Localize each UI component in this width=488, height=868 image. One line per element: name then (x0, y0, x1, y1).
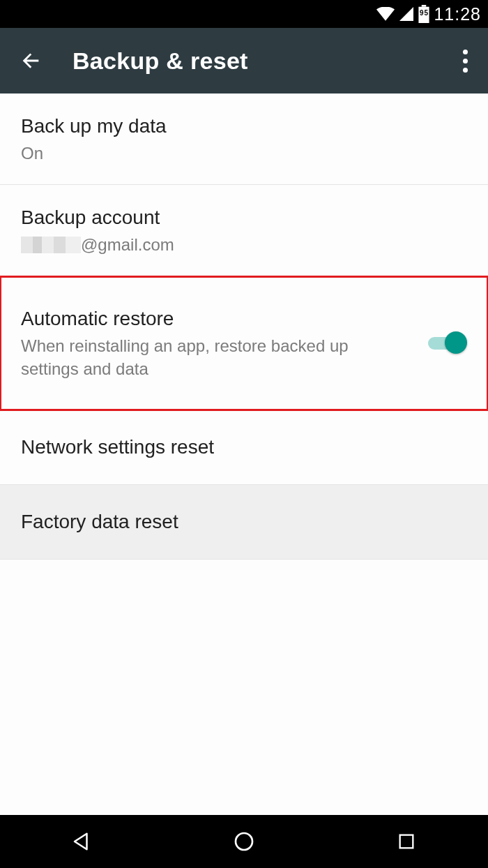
svg-point-2 (236, 833, 252, 850)
switch-thumb (445, 331, 467, 354)
email-suffix: @gmail.com (81, 235, 174, 254)
row-title: Back up my data (21, 113, 467, 140)
page-title: Backup & reset (45, 47, 455, 75)
back-button[interactable] (17, 49, 45, 73)
row-subtitle: When reinstalling an app, restore backed… (21, 332, 383, 380)
row-factory-data-reset[interactable]: Factory data reset (0, 485, 488, 560)
svg-rect-3 (400, 835, 413, 848)
row-backup-account[interactable]: Backup account @gmail.com (0, 185, 488, 276)
row-network-settings-reset[interactable]: Network settings reset (0, 410, 488, 485)
row-title: Backup account (21, 204, 467, 231)
row-title: Automatic restore (21, 306, 428, 332)
settings-list: Back up my data On Backup account @gmail… (0, 93, 488, 815)
clock: 11:28 (434, 4, 481, 24)
svg-rect-0 (422, 5, 427, 7)
row-backup-my-data[interactable]: Back up my data On (0, 93, 488, 185)
row-title: Factory data reset (21, 509, 467, 535)
status-bar: 95 11:28 (0, 0, 488, 28)
square-recents-icon (397, 832, 416, 851)
circle-home-icon (233, 830, 255, 853)
arrow-left-icon (19, 49, 43, 73)
triangle-back-icon (71, 831, 92, 852)
navigation-bar (0, 815, 488, 868)
overflow-menu-button[interactable] (455, 50, 475, 73)
row-title: Network settings reset (21, 434, 467, 461)
battery-level: 95 (418, 9, 429, 17)
wifi-icon (376, 7, 395, 21)
more-vert-icon (463, 50, 468, 73)
app-bar: Backup & reset (0, 28, 488, 93)
redacted-email-prefix (21, 237, 81, 253)
row-subtitle: @gmail.com (21, 231, 383, 256)
cellular-icon (399, 7, 414, 21)
nav-back-button[interactable] (40, 831, 123, 852)
row-automatic-restore[interactable]: Automatic restore When reinstalling an a… (0, 276, 488, 410)
nav-home-button[interactable] (202, 830, 286, 853)
battery-icon: 95 (418, 5, 429, 23)
row-subtitle: On (21, 140, 383, 165)
nav-recents-button[interactable] (365, 832, 448, 851)
automatic-restore-toggle[interactable] (428, 331, 467, 355)
